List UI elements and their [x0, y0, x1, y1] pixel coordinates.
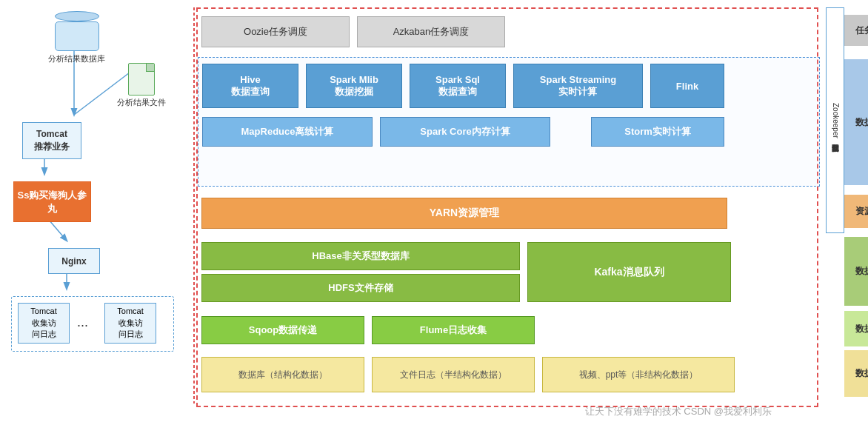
tomcat-top-box: Tomcat 推荐业务 [22, 122, 81, 159]
kafka-label: Kafka消息队列 [594, 266, 664, 279]
flink-label: Flink [676, 81, 698, 92]
yarn-label: YARN资源管理 [430, 207, 499, 220]
storm-box: Storm实时计算 [591, 117, 724, 147]
db-cylinder: 分析结果数据库 [48, 11, 105, 64]
db-label: 分析结果数据库 [48, 53, 105, 64]
tomcat-bottom-left-label: Tomcat 收集访 问日志 [30, 306, 56, 340]
video-source-label: 视频、ppt等（非结构化数据） [579, 369, 698, 381]
flume-box: Flume日志收集 [372, 316, 535, 344]
right-labels: Zookeeper数据平台配置和调度 任务调度层 数据计算层 资源管理层 数据存… [826, 7, 868, 407]
tomcat-top-label: Tomcat 推荐业务 [34, 128, 70, 153]
hbase-label: HBase非关系型数据库 [312, 249, 409, 263]
left-architecture: 分析结果数据库 分析结果文件 Tomcat 推荐业务 Ss购买海狗人参丸 Ngi… [7, 7, 193, 411]
nginx-label: Nginx [61, 256, 86, 267]
tomcat-bottom-left: Tomcat 收集访 问日志 [18, 303, 70, 344]
spark-core-label: Spark Core内存计算 [420, 125, 510, 138]
yarn-box: YARN资源管理 [201, 198, 727, 229]
sqoop-label: Sqoop数据传递 [249, 324, 317, 337]
resource-layer-label: 资源管理层 [844, 195, 868, 228]
azkaban-box: Azkaban任务调度 [357, 16, 505, 47]
file-label: 分析结果文件 [117, 97, 166, 108]
sqoop-box: Sqoop数据传递 [201, 316, 364, 344]
flume-label: Flume日志收集 [420, 324, 487, 337]
purchase-box: Ss购买海狗人参丸 [13, 181, 91, 222]
kafka-box: Kafka消息队列 [527, 242, 731, 302]
cylinder-top [55, 11, 99, 21]
tomcat-bottom-right-label: Tomcat 收集访 问日志 [117, 306, 143, 340]
spark-streaming-label: Spark Streaming 实时计算 [540, 74, 616, 98]
hdfs-label: HDFS文件存储 [328, 281, 393, 295]
file-shape [128, 63, 155, 96]
storage-layer-label: 数据存储层 [844, 237, 868, 306]
hdfs-box: HDFS文件存储 [201, 274, 520, 302]
file-source-box: 文件日志（半结构化数据） [372, 357, 535, 392]
tomcat-bottom-right: Tomcat 收集访 问日志 [104, 303, 156, 344]
video-source-box: 视频、ppt等（非结构化数据） [542, 357, 735, 392]
zookeeper-container: Zookeeper数据平台配置和调度 [826, 7, 844, 233]
dots: ··· [77, 318, 88, 333]
hive-box: Hive 数据查询 [202, 64, 298, 108]
computing-layer-label: 数据计算层 [844, 59, 868, 185]
storm-label: Storm实时计算 [624, 125, 691, 138]
transfer-row: Sqoop数据传递 Flume日志收集 [198, 312, 820, 349]
spark-mlib-label: Spark Mlib 数据挖掘 [330, 74, 378, 98]
cylinder-body [55, 21, 99, 51]
scheduling-row: Oozie任务调度 Azkaban任务调度 [198, 13, 820, 53]
yarn-row: YARN资源管理 [198, 194, 820, 235]
computing-section: Hive 数据查询 Spark Mlib 数据挖掘 Spark Sql 数据查询… [198, 57, 820, 187]
mapreduce-label: MapReduce离线计算 [241, 125, 334, 138]
zookeeper-label: Zookeeper数据平台配置和调度 [830, 103, 841, 138]
storage-section: HBase非关系型数据库 HDFS文件存储 Kafka消息队列 [198, 238, 820, 309]
hbase-box: HBase非关系型数据库 [201, 242, 520, 270]
flink-box: Flink [650, 64, 724, 108]
spark-streaming-box: Spark Streaming 实时计算 [513, 64, 643, 108]
spark-sql-label: Spark Sql 数据查询 [435, 74, 480, 98]
azkaban-label: Azkaban任务调度 [393, 25, 470, 38]
purchase-label: Ss购买海狗人参丸 [14, 189, 90, 215]
db-source-box: 数据库（结构化数据） [201, 357, 364, 392]
db-source-label: 数据库（结构化数据） [238, 369, 327, 381]
file-source-label: 文件日志（半结构化数据） [400, 369, 507, 381]
source-layer-label: 数据来源层 [844, 350, 868, 397]
scheduling-layer-label: 任务调度层 [844, 15, 868, 46]
main-container: Oozie任务调度 Azkaban任务调度 Hive 数据查询 Spark Ml… [196, 7, 818, 407]
spark-core-box: Spark Core内存计算 [380, 117, 550, 147]
hive-label: Hive 数据查询 [231, 74, 270, 98]
oozie-label: Oozie任务调度 [244, 25, 307, 38]
transfer-layer-label: 数据传输层 [844, 311, 868, 346]
mapreduce-box: MapReduce离线计算 [202, 117, 373, 147]
spark-sql-box: Spark Sql 数据查询 [410, 64, 506, 108]
file-icon: 分析结果文件 [117, 63, 166, 108]
source-row: 数据库（结构化数据） 文件日志（半结构化数据） 视频、ppt等（非结构化数据） [198, 353, 820, 401]
oozie-box: Oozie任务调度 [201, 16, 350, 47]
right-architecture: Oozie任务调度 Azkaban任务调度 Hive 数据查询 Spark Ml… [196, 7, 841, 411]
spark-mlib-box: Spark Mlib 数据挖掘 [306, 64, 402, 108]
tomcat-bottom-container: Tomcat 收集访 问日志 ··· Tomcat 收集访 问日志 [11, 296, 174, 352]
nginx-box: Nginx [48, 248, 100, 274]
watermark: 让天下没有难学的技术 CSDN @我爱利利乐 [585, 405, 772, 418]
